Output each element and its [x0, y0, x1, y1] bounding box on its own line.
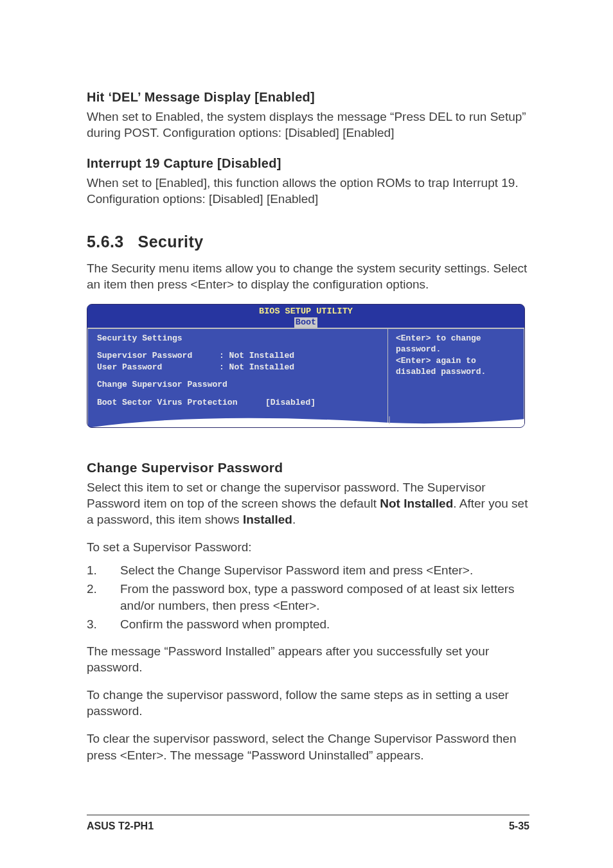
- steps-list: Select the Change Supervisor Password it…: [87, 562, 529, 633]
- paragraph-password-installed: The message “Password Installed” appears…: [87, 643, 529, 675]
- bios-boot-sector-virus-label: Boot Sector Virus Protection: [97, 397, 265, 409]
- csp-installed-bold: Installed: [243, 513, 292, 526]
- heading-hit-del: Hit ‘DEL’ Message Display [Enabled]: [87, 90, 529, 105]
- heading-change-supervisor-password: Change Supervisor Password: [87, 460, 529, 475]
- bios-user-password-value: : Not Installed: [219, 362, 294, 373]
- bios-help-panel: <Enter> to change password. <Enter> agai…: [388, 328, 524, 428]
- bios-title: BIOS SETUP UTILITY: [259, 306, 353, 316]
- step-3: Confirm the password when prompted.: [87, 616, 529, 633]
- bios-supervisor-password-value: : Not Installed: [219, 350, 294, 362]
- bios-left-panel: Security Settings Supervisor Password : …: [88, 328, 388, 428]
- step-1: Select the Change Supervisor Password it…: [87, 562, 529, 579]
- bios-help-text: <Enter> to change password. <Enter> agai…: [396, 333, 517, 378]
- bios-security-settings-label: Security Settings: [97, 333, 381, 344]
- step-2: From the password box, type a password c…: [87, 581, 529, 614]
- paragraph-to-set: To set a Supervisor Password:: [87, 539, 529, 555]
- bios-setup-utility-screenshot: BIOS SETUP UTILITY Boot Security Setting…: [87, 304, 525, 428]
- bios-tab-boot: Boot: [294, 317, 317, 328]
- footer-page-number: 5-35: [509, 820, 529, 832]
- paragraph-security-intro: The Security menu items allow you to cha…: [87, 260, 529, 292]
- heading-interrupt-19: Interrupt 19 Capture [Disabled]: [87, 156, 529, 171]
- page-footer: ASUS T2-PH1 5-35: [87, 815, 529, 832]
- bios-user-password-label: User Password: [97, 362, 219, 373]
- footer-divider: [87, 815, 529, 815]
- footer-product-name: ASUS T2-PH1: [87, 820, 154, 832]
- bios-boot-sector-virus-value: [Disabled]: [265, 397, 315, 409]
- paragraph-interrupt-19: When set to [Enabled], this function all…: [87, 175, 529, 207]
- csp-text-1e: .: [292, 513, 296, 526]
- section-heading-security: 5.6.3Security: [87, 233, 529, 251]
- bios-supervisor-password-label: Supervisor Password: [97, 350, 219, 362]
- section-number: 5.6.3: [87, 233, 124, 251]
- paragraph-change-password: To change the supervisor password, follo…: [87, 687, 529, 719]
- paragraph-csp-intro: Select this item to set or change the su…: [87, 479, 529, 527]
- csp-not-installed-bold: Not Installed: [380, 497, 453, 510]
- bios-title-bar: BIOS SETUP UTILITY Boot: [87, 305, 524, 327]
- section-title: Security: [138, 233, 204, 251]
- bios-change-supervisor-password-item: Change Supervisor Password: [97, 379, 381, 391]
- paragraph-hit-del: When set to Enabled, the system displays…: [87, 109, 529, 141]
- paragraph-clear-password: To clear the supervisor password, select…: [87, 731, 529, 763]
